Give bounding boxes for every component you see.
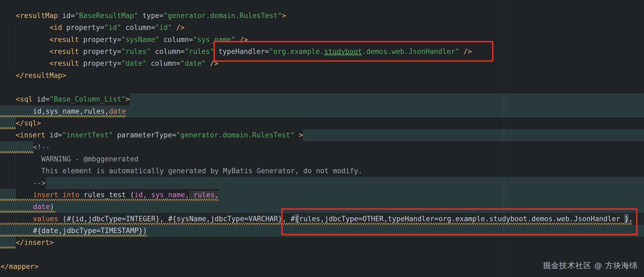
margin-guide bbox=[504, 0, 504, 277]
code-line-13[interactable]: This element is automatically generated … bbox=[41, 165, 362, 177]
code-token: id= bbox=[62, 12, 75, 20]
code-line-19[interactable]: </insert> bbox=[16, 237, 54, 249]
code-token: <id bbox=[49, 23, 66, 32]
selection-highlight bbox=[303, 129, 644, 141]
code-token: <result bbox=[49, 36, 83, 44]
code-token: rules, bbox=[189, 191, 219, 199]
code-line-7[interactable]: <sql id="Base_Column_List"> bbox=[16, 93, 130, 105]
code-token: "id" bbox=[155, 23, 172, 32]
code-token: <sql bbox=[16, 95, 37, 103]
code-line-12[interactable]: WARNING - @mbggenerated bbox=[41, 153, 138, 165]
code-token bbox=[121, 23, 126, 32]
code-token: </sql> bbox=[16, 119, 41, 127]
code-line-21[interactable]: </mapper> bbox=[1, 261, 39, 273]
code-token: insert into bbox=[33, 191, 84, 199]
code-token: <result bbox=[49, 59, 83, 67]
code-token: property= bbox=[83, 36, 121, 44]
code-token: </mapper> bbox=[1, 262, 39, 271]
code-token: property= bbox=[83, 47, 121, 56]
code-token: "sysName" bbox=[121, 36, 159, 44]
code-token: "Base_Column_List" bbox=[49, 95, 126, 103]
code-token: </resultMap> bbox=[16, 71, 66, 79]
code-token: "date" bbox=[121, 59, 147, 67]
code-token: id,sys_name,rules, bbox=[33, 107, 109, 115]
code-token: column= bbox=[155, 47, 185, 56]
code-token: rules_test ( bbox=[84, 191, 134, 199]
annotation-box-2 bbox=[281, 208, 638, 235]
code-token bbox=[151, 47, 155, 56]
code-token: date bbox=[109, 107, 126, 115]
code-token: #{date,jdbcType=TIMESTAMP}) bbox=[33, 227, 147, 235]
code-token bbox=[147, 59, 151, 67]
code-token: "generator.domain.RulesTest" bbox=[176, 131, 294, 139]
code-token: WARNING - @mbggenerated bbox=[41, 155, 138, 163]
code-line-18[interactable]: #{date,jdbcType=TIMESTAMP}) bbox=[33, 225, 147, 237]
selection-highlight bbox=[130, 93, 644, 105]
code-token: "insertTest" bbox=[62, 131, 113, 139]
warning-squiggle bbox=[0, 247, 16, 248]
code-line-4[interactable]: <result property="date" column="date" /> bbox=[49, 57, 218, 70]
code-token: parameterType= bbox=[117, 131, 176, 139]
code-token: /> bbox=[172, 23, 185, 32]
code-token: column= bbox=[151, 59, 181, 67]
code-token: <result bbox=[49, 47, 83, 56]
code-token: > bbox=[282, 12, 286, 20]
code-token bbox=[138, 12, 143, 20]
indent-guide bbox=[15, 22, 16, 70]
code-token: date bbox=[33, 203, 50, 211]
selection-highlight bbox=[219, 189, 644, 201]
code-token: "BaseResultMap" bbox=[75, 12, 138, 20]
code-token: ) bbox=[50, 203, 54, 211]
code-token: type= bbox=[143, 12, 164, 20]
code-token: <resultMap bbox=[16, 12, 62, 20]
code-token: (#{id,jdbcType=INTEGER}, #{sysName,jdbcT… bbox=[63, 215, 295, 223]
code-line-10[interactable]: <insert id="insertTest" parameterType="g… bbox=[16, 129, 303, 141]
code-token: column= bbox=[164, 36, 193, 44]
code-line-9[interactable]: </sql> bbox=[16, 117, 41, 129]
code-line-14[interactable]: --> bbox=[33, 177, 46, 189]
indent-guide bbox=[15, 141, 16, 237]
code-token: property= bbox=[66, 23, 104, 32]
warning-squiggle bbox=[0, 151, 33, 153]
code-token: column= bbox=[126, 23, 155, 32]
code-token: <insert bbox=[16, 131, 49, 139]
code-token: id= bbox=[49, 131, 62, 139]
code-token: id= bbox=[37, 95, 49, 103]
code-token: > bbox=[126, 95, 130, 103]
code-token: "date" bbox=[180, 59, 206, 67]
code-token: id, sys_name, bbox=[134, 191, 189, 199]
code-token: </insert> bbox=[16, 238, 54, 247]
code-line-16[interactable]: date) bbox=[33, 201, 54, 213]
watermark: 掘金技术社区 @ 方块海绵 bbox=[543, 260, 638, 271]
code-token: values bbox=[33, 215, 63, 223]
code-line-15[interactable]: insert into rules_test (id, sys_name, ru… bbox=[33, 189, 219, 201]
code-token: "generator.domain.RulesTest" bbox=[164, 12, 282, 20]
code-token: "rules" bbox=[185, 47, 214, 56]
annotation-box-1 bbox=[213, 41, 493, 62]
code-token bbox=[113, 131, 117, 139]
code-line-0[interactable]: <resultMap id="BaseResultMap" type="gene… bbox=[16, 10, 286, 22]
code-token: "id" bbox=[104, 23, 121, 32]
code-token: > bbox=[294, 131, 303, 139]
code-token: This element is automatically generated … bbox=[41, 167, 362, 175]
code-token: --> bbox=[33, 179, 46, 187]
code-token bbox=[159, 36, 164, 44]
code-line-8[interactable]: id,sys_name,rules,date bbox=[33, 105, 126, 117]
code-token: "rules" bbox=[121, 47, 151, 56]
code-line-1[interactable]: <id property="id" column="id" /> bbox=[49, 22, 185, 34]
code-editor[interactable]: <resultMap id="BaseResultMap" type="gene… bbox=[0, 0, 644, 277]
code-line-5[interactable]: </resultMap> bbox=[16, 70, 66, 82]
warning-squiggle bbox=[0, 127, 16, 129]
selection-highlight bbox=[46, 177, 644, 189]
code-token: <!-- bbox=[33, 143, 50, 151]
code-token: property= bbox=[83, 59, 121, 67]
code-line-11[interactable]: <!-- bbox=[33, 141, 50, 153]
